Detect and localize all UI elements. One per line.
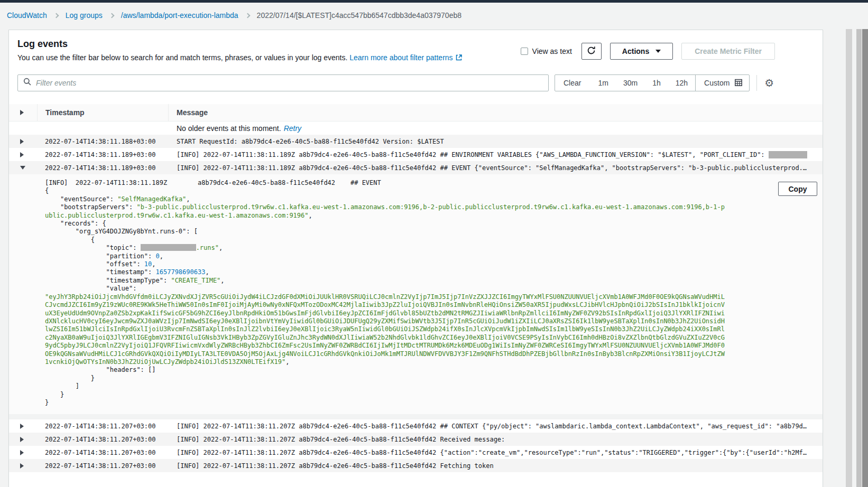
caret-down-icon xyxy=(655,50,661,53)
filter-events-input[interactable] xyxy=(36,79,543,87)
breadcrumb-log-groups[interactable]: Log groups xyxy=(66,11,103,20)
breadcrumb: CloudWatch Log groups /aws/lambda/port-e… xyxy=(0,3,868,28)
time-range-clear[interactable]: Clear xyxy=(555,79,590,87)
breadcrumb-log-stream: 2022/07/14/[$LATEST]c4acc547bb6547cdbb3d… xyxy=(257,11,461,20)
event-message: [INFO] 2022-07-14T11:38:11.207Z a8b79dc4… xyxy=(177,462,823,470)
json-line: "partition": 0, xyxy=(45,252,725,260)
expand-arrow-icon[interactable] xyxy=(20,463,27,469)
refresh-button[interactable] xyxy=(581,43,602,60)
json-line: { xyxy=(45,187,725,195)
time-range-12h[interactable]: 12h xyxy=(668,79,695,87)
chevron-right-icon xyxy=(245,13,250,18)
event-timestamp: 2022-07-14T14:38:11.188+03:00 xyxy=(45,138,177,145)
redacted-value xyxy=(769,151,807,158)
copy-button[interactable]: Copy xyxy=(778,182,817,196)
log-event-row[interactable]: 2022-07-14T14:38:11.188+03:00START Reque… xyxy=(9,135,823,148)
no-older-events-row: No older events at this moment. Retry xyxy=(9,121,823,135)
column-header-timestamp[interactable]: Timestamp xyxy=(37,104,168,121)
json-line: } xyxy=(45,391,725,399)
json-line: [INFO] 2022-07-14T11:38:11.189Z a8b79dc4… xyxy=(45,179,725,187)
json-line: "topic": .runs", xyxy=(45,244,725,252)
event-message: START RequestId: a8b79dc4-e2e6-40c5-ba88… xyxy=(177,138,823,145)
json-line: "timestamp": 1657798690633, xyxy=(45,268,725,276)
event-message: [INFO] 2022-07-14T11:38:11.189Z a8b79dc4… xyxy=(177,164,823,172)
time-range-custom[interactable]: Custom xyxy=(695,74,749,91)
json-line: "value": xyxy=(45,285,725,293)
time-range-30m[interactable]: 30m xyxy=(616,79,645,87)
event-timestamp: 2022-07-14T14:38:11.189+03:00 xyxy=(45,164,177,172)
description-text: You can use the filter bar below to sear… xyxy=(17,53,347,62)
redacted-value xyxy=(141,244,196,251)
json-line: "org_sYG4DOJZNGy8bYnt.runs-0": [ xyxy=(45,228,725,236)
json-line: } xyxy=(45,374,725,382)
log-events-body: 2022-07-14T14:38:11.188+03:00START Reque… xyxy=(9,135,823,472)
retry-link[interactable]: Retry xyxy=(284,124,301,133)
event-message: [INFO] 2022-07-14T11:38:11.207Z a8b79dc4… xyxy=(177,423,823,430)
expand-arrow-icon[interactable] xyxy=(20,139,27,144)
expand-arrow-icon[interactable] xyxy=(20,424,27,429)
panel-header: Log events You can use the filter bar be… xyxy=(17,39,812,66)
actions-button[interactable]: Actions xyxy=(610,43,673,60)
scrollbar-track[interactable] xyxy=(856,29,862,487)
breadcrumb-cloudwatch[interactable]: CloudWatch xyxy=(7,11,47,20)
expand-arrow-icon[interactable] xyxy=(20,152,27,157)
scrollbar-thumb[interactable] xyxy=(862,29,868,487)
toolbar-divider xyxy=(756,75,757,91)
log-event-row[interactable]: 2022-07-14T14:38:11.189+03:00[INFO] 2022… xyxy=(9,148,823,161)
json-line: ] xyxy=(45,382,725,390)
column-header-message[interactable]: Message xyxy=(168,104,823,121)
chevron-right-icon xyxy=(53,13,59,18)
chevron-right-icon xyxy=(109,13,114,18)
time-range-1m[interactable]: 1m xyxy=(590,79,615,87)
log-event-row[interactable]: 2022-07-14T14:38:11.207+03:00[INFO] 2022… xyxy=(9,433,823,446)
log-events-panel: Log events You can use the filter bar be… xyxy=(8,30,823,487)
json-line: } xyxy=(45,399,725,407)
event-timestamp: 2022-07-14T14:38:11.207+03:00 xyxy=(45,462,177,470)
settings-gear-icon[interactable]: ⚙ xyxy=(764,78,774,88)
json-line: "eventSource": "SelfManagedKafka", xyxy=(45,195,725,203)
json-line: "eyJhY3Rpb24iOiJjcmVhdGVfdm0iLCJyZXNvdXJ… xyxy=(45,293,725,367)
view-as-text-label: View as text xyxy=(532,47,572,55)
learn-more-link[interactable]: Learn more about filter patterns xyxy=(349,53,461,62)
search-icon xyxy=(23,78,32,88)
json-line: "timestampType": "CREATE_TIME", xyxy=(45,277,725,285)
log-event-row[interactable]: 2022-07-14T14:38:11.189+03:00[INFO] 2022… xyxy=(9,161,823,174)
calendar-icon xyxy=(734,78,743,88)
collapse-arrow-icon[interactable] xyxy=(20,166,27,170)
expand-arrow-icon[interactable] xyxy=(20,450,27,455)
scrollbar-track[interactable] xyxy=(846,29,852,487)
filter-toolbar: Clear 1m 30m 1h 12h Custom ⚙ xyxy=(17,74,812,91)
json-line: "offset": 10, xyxy=(45,260,725,268)
expand-all-icon[interactable] xyxy=(20,104,27,121)
row-separator xyxy=(9,414,823,419)
json-line: "headers": [] xyxy=(45,366,725,374)
log-event-row[interactable]: 2022-07-14T14:38:11.207+03:00[INFO] 2022… xyxy=(9,446,823,459)
event-timestamp: 2022-07-14T14:38:11.207+03:00 xyxy=(45,423,177,430)
json-line: "bootstrapServers": "b-3-public.publiccl… xyxy=(45,203,725,220)
create-metric-filter-button[interactable]: Create Metric Filter xyxy=(681,43,775,60)
event-message: [INFO] 2022-07-14T11:38:11.207Z a8b79dc4… xyxy=(177,436,823,443)
expanded-event-detail: [INFO] 2022-07-14T11:38:11.189Z a8b79dc4… xyxy=(9,174,823,414)
time-range-group: Clear 1m 30m 1h 12h Custom xyxy=(555,74,750,91)
event-message: [INFO] 2022-07-14T11:38:11.189Z a8b79dc4… xyxy=(177,151,823,158)
json-line: { xyxy=(45,236,725,244)
header-controls: View as text Actions Create Metric Filte… xyxy=(521,43,775,60)
log-event-row[interactable]: 2022-07-14T14:38:11.207+03:00[INFO] 2022… xyxy=(9,459,823,472)
event-message: [INFO] 2022-07-14T11:38:11.207Z a8b79dc4… xyxy=(177,449,823,456)
refresh-icon xyxy=(587,46,596,57)
log-event-row[interactable]: 2022-07-14T14:38:11.207+03:00[INFO] 2022… xyxy=(9,419,823,433)
event-timestamp: 2022-07-14T14:38:11.207+03:00 xyxy=(45,449,177,456)
time-range-1h[interactable]: 1h xyxy=(645,79,668,87)
expand-arrow-icon[interactable] xyxy=(20,437,27,442)
event-timestamp: 2022-07-14T14:38:11.189+03:00 xyxy=(45,151,177,158)
json-line: "records": { xyxy=(45,220,725,228)
no-older-events-text: No older events at this moment. xyxy=(177,124,281,133)
breadcrumb-log-group[interactable]: /aws/lambda/port-execution-lambda xyxy=(121,11,238,20)
filter-events-searchbox[interactable] xyxy=(17,74,549,91)
external-link-icon xyxy=(456,54,462,62)
view-as-text-checkbox[interactable] xyxy=(521,48,528,55)
log-table-header: Timestamp Message xyxy=(9,104,823,121)
event-timestamp: 2022-07-14T14:38:11.207+03:00 xyxy=(45,436,177,443)
